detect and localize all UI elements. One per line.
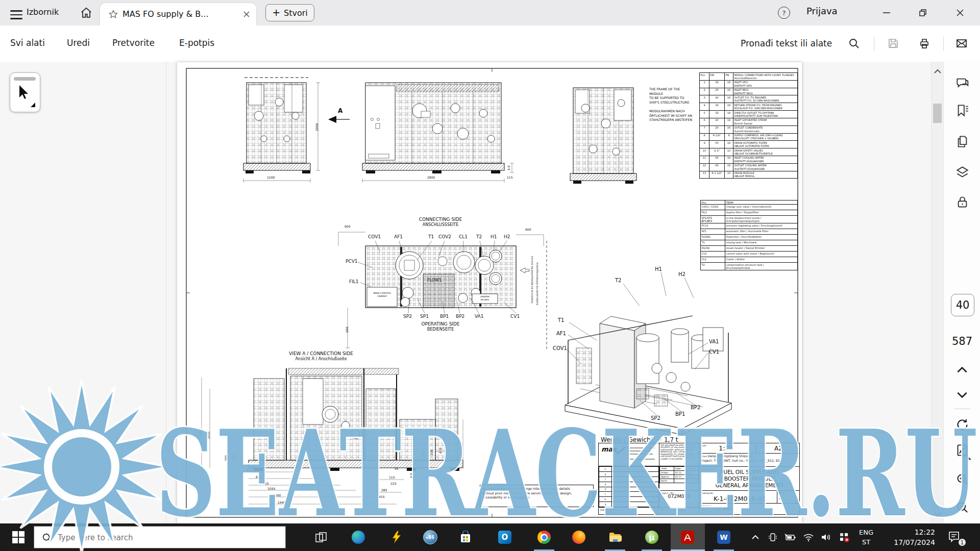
menu-edit[interactable]: Uredi [67,38,90,48]
table-cell: steam heater / Dampf Erhitzer [725,246,798,252]
vertical-scrollbar[interactable] [931,62,944,523]
bookmarks-icon[interactable] [955,104,969,117]
firefox-icon[interactable] [572,530,586,544]
start-button[interactable] [12,531,26,544]
save-icon[interactable] [887,37,899,49]
utorrent-icon[interactable]: µ [645,530,659,544]
outlook-icon[interactable]: O [498,530,512,544]
home-icon[interactable] [80,6,93,19]
language-indicator[interactable]: ENG ST [855,528,877,547]
search-input[interactable] [57,527,278,549]
task-view-icon[interactable] [314,530,328,544]
clock[interactable]: 12:22 17/07/2024 [883,527,935,547]
table-cell [612,482,659,487]
chrome-icon[interactable] [537,530,551,544]
sign-in-button[interactable]: Prijava [806,6,838,16]
wifi-icon[interactable] [802,531,815,543]
tab-star-icon[interactable] [108,9,118,19]
plan-side-note: heaters to be dismounted for service [530,256,533,303]
zoom-in-icon[interactable] [955,472,969,486]
table-cell: DRAIN AUTOMATIC FILTER ABLAUF AUTOMATIK … [733,141,798,148]
table-cell: Norm [660,479,674,483]
hamburger-menu-icon[interactable] [10,8,22,18]
pdf-page[interactable]: 1200 2800 2000 A 4.0 115 THE FRAME OF TH… [177,62,802,523]
bsplayer-icon[interactable]: ▸BS [423,530,437,544]
ms-store-icon[interactable] [458,530,473,544]
help-icon[interactable]: ? [778,7,790,19]
acrobat-icon[interactable] [680,530,695,544]
table-cell [612,467,659,472]
next-page-icon[interactable] [955,389,969,400]
name-col: Name [687,467,699,471]
taskbar-search-box[interactable] [34,526,286,548]
print-icon[interactable] [918,37,930,49]
zoom-out-icon[interactable] [955,500,969,514]
table-row: COV1 / COV2change over valve / Umschaltv… [701,205,798,210]
device-icon[interactable] [767,531,779,543]
scroll-down-icon[interactable] [933,511,942,518]
tab-close-icon[interactable] [242,10,251,19]
email-icon[interactable] [955,37,968,49]
file-explorer-icon[interactable] [608,530,622,544]
dimension-label: 225 [390,482,396,485]
index-col: Index [599,508,611,514]
lock-icon[interactable] [955,195,969,209]
scroll-up-icon[interactable] [933,68,942,75]
equipment-label: H1 [491,234,497,239]
table-row: CL1Cooler / Kühler [701,257,798,263]
word-icon[interactable]: W [717,530,731,544]
table-row: c [599,492,659,497]
notification-center-icon[interactable]: 1 [947,530,965,544]
winamp-icon[interactable] [389,530,404,544]
volume-icon[interactable] [820,531,832,543]
minimize-button[interactable] [880,6,893,19]
tray-expand-icon[interactable] [749,531,762,543]
pages-icon[interactable] [955,135,969,148]
refresh-icon[interactable] [955,418,969,432]
table-cell: DRAIN SAFETY VALVES ABLAUF SICHERHEITSVE… [733,148,798,156]
fit-page-icon[interactable] [955,443,969,457]
menu-esign[interactable]: E-potpis [179,38,214,48]
restore-button[interactable] [916,6,929,19]
table-cell: 16 [725,163,733,171]
table-cell: 16 [725,95,733,103]
browser-tab[interactable]: MAS FO supply & B... [100,3,256,26]
column-header: PN [725,73,733,81]
company-logo-cell: mas [599,443,659,466]
column-header: DN [709,73,725,81]
dimension-label: 230 [421,452,425,458]
table-cell: 8 [700,133,709,141]
table-cell: 32 [709,111,725,118]
previous-page-icon[interactable] [955,364,969,375]
page-number-input[interactable]: 40 [951,294,974,316]
menu-button[interactable]: Izbornik [27,7,59,17]
table-cell: 25 [709,88,725,95]
sheet-label: Sheet [778,491,785,494]
menu-all-tools[interactable]: Svi alati [10,38,45,48]
table-cell: 6 [700,118,709,126]
sidebar-divider [954,409,970,409]
find-text-label[interactable]: Pronađi tekst ili alate [741,38,832,48]
column-header: TERM [725,201,798,205]
search-icon[interactable] [848,37,860,49]
layers-icon[interactable] [955,165,969,179]
sync-error-icon[interactable] [838,531,850,543]
table-cell: duplex filter / Doppelfilter [725,210,798,216]
table-row: 43216RETURN STROKE F.O. FROM ENGINES RÜC… [700,103,798,111]
comments-icon[interactable] [955,76,969,90]
new-tab-button[interactable]: + Stvori [265,4,314,21]
edge-icon[interactable] [351,530,365,544]
scale-cell: Scale 1:20 [699,443,755,453]
table-cell: 10 [725,148,733,156]
table-cell: INLET COOLING WATER EINTRITT KÜHLWASSER [733,156,798,163]
fit-options-caret-icon[interactable] [968,456,971,460]
floating-tool-card[interactable] [10,72,40,112]
battery-icon[interactable] [784,531,796,543]
plan-title-de: BEDIENSEITE [400,327,481,332]
menu-convert[interactable]: Pretvorite [112,38,155,48]
close-window-button[interactable] [953,6,967,19]
module-connections-table: Pos. DN PN MODUL CONNECTIONS WITH COUNT.… [699,72,798,179]
scrollbar-thumb[interactable] [933,104,942,123]
table-row: 95016DRAIN AUTOMATIC FILTER ABLAUF AUTOM… [700,141,798,148]
table-row: h [599,467,659,472]
